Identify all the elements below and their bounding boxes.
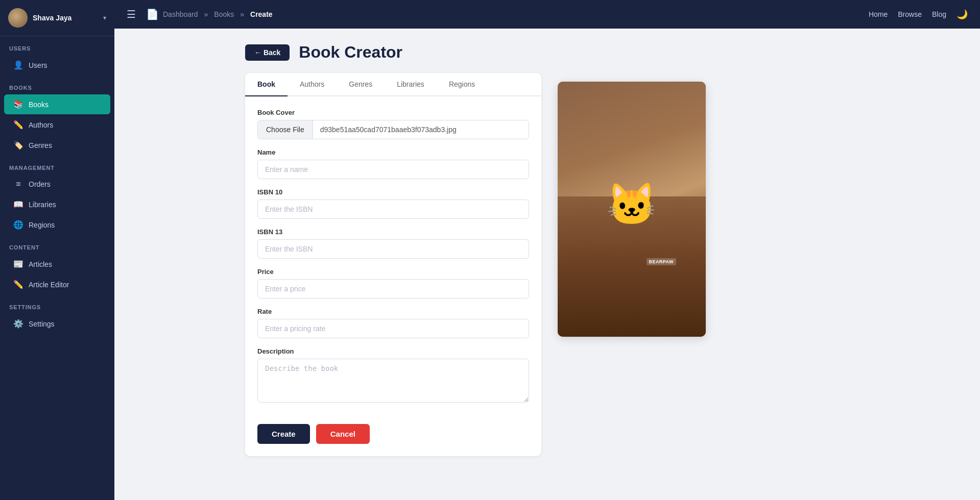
file-name-display: d93be51aa50cad7071baaeb3f073adb3.jpg: [313, 120, 529, 139]
sidebar-item-article-editor[interactable]: ✏️ Article Editor: [4, 274, 110, 294]
sidebar-item-genres[interactable]: 🏷️ Genres: [4, 135, 110, 155]
sidebar-item-authors[interactable]: ✏️ Authors: [4, 115, 110, 135]
file-input-row: Choose File d93be51aa50cad7071baaeb3f073…: [257, 120, 529, 139]
section-label-content: Content: [0, 235, 114, 254]
cat-in-boot-image: BEARPAW: [558, 82, 706, 337]
page-title: Book Creator: [299, 43, 402, 62]
create-button[interactable]: Create: [257, 424, 310, 444]
choose-file-button[interactable]: Choose File: [258, 120, 313, 139]
sidebar-item-label: Article Editor: [29, 281, 69, 289]
name-group: Name: [257, 148, 529, 179]
sidebar-item-label: Settings: [29, 320, 55, 328]
sidebar-item-label: Users: [29, 61, 47, 69]
name-label: Name: [257, 148, 529, 156]
sidebar-section-books: Books 📚 Books ✏️ Authors 🏷️ Genres: [0, 76, 114, 156]
topnav-left: ☰ 📄 Dashboard » Books » Create: [127, 8, 273, 20]
tab-regions[interactable]: Regions: [437, 73, 487, 96]
book-cover-label: Book Cover: [257, 109, 529, 116]
books-icon: 📚: [13, 99, 23, 109]
sidebar-item-label: Genres: [29, 141, 52, 149]
breadcrumb-sep-2: »: [240, 10, 244, 18]
breadcrumb-dashboard[interactable]: Dashboard: [163, 10, 198, 18]
description-label: Description: [257, 347, 529, 355]
genres-icon: 🏷️: [13, 140, 23, 150]
isbn10-input[interactable]: [257, 199, 529, 219]
rate-group: Rate: [257, 308, 529, 338]
page-header: ← Back Book Creator: [245, 43, 541, 62]
user-menu[interactable]: Shava Jaya ▾: [0, 0, 114, 36]
isbn13-label: ISBN 13: [257, 228, 529, 236]
image-panel: BEARPAW: [558, 43, 964, 486]
sidebar-item-settings[interactable]: ⚙️ Settings: [4, 314, 110, 334]
rate-input[interactable]: [257, 319, 529, 338]
isbn10-group: ISBN 10: [257, 188, 529, 219]
boot-brand-label: BEARPAW: [647, 258, 676, 265]
sidebar-item-users[interactable]: 👤 Users: [4, 55, 110, 75]
section-label-books: Books: [0, 76, 114, 94]
sidebar-item-regions[interactable]: 🌐 Regions: [4, 215, 110, 235]
back-button[interactable]: ← Back: [245, 44, 290, 61]
description-input[interactable]: [257, 359, 529, 403]
tab-libraries[interactable]: Libraries: [385, 73, 437, 96]
section-label-users: Users: [0, 36, 114, 55]
topnav-right: Home Browse Blog 🌙: [869, 9, 968, 20]
name-input[interactable]: [257, 160, 529, 179]
sidebar-section-settings: Settings ⚙️ Settings: [0, 295, 114, 334]
breadcrumb-current: Create: [250, 10, 273, 18]
price-label: Price: [257, 268, 529, 276]
chevron-down-icon: ▾: [103, 14, 106, 21]
hamburger-icon[interactable]: ☰: [127, 8, 136, 20]
sidebar: Shava Jaya ▾ Users 👤 Users Books 📚 Books…: [0, 0, 114, 500]
section-label-settings: Settings: [0, 295, 114, 313]
sidebar-item-label: Regions: [29, 221, 55, 229]
sidebar-item-label: Articles: [29, 260, 52, 268]
tab-book[interactable]: Book: [245, 73, 288, 96]
settings-icon: ⚙️: [13, 319, 23, 329]
section-label-management: Management: [0, 156, 114, 174]
form-panel: ← Back Book Creator Book Authors Genres …: [245, 43, 541, 486]
sidebar-item-label: Orders: [29, 180, 51, 188]
sidebar-item-label: Authors: [29, 121, 53, 129]
nav-home[interactable]: Home: [869, 10, 888, 18]
dark-mode-toggle[interactable]: 🌙: [957, 9, 968, 20]
user-icon: 👤: [13, 60, 23, 70]
tab-genres[interactable]: Genres: [337, 73, 385, 96]
nav-browse[interactable]: Browse: [898, 10, 922, 18]
price-group: Price: [257, 268, 529, 298]
book-cover-group: Book Cover Choose File d93be51aa50cad707…: [257, 109, 529, 139]
tab-authors[interactable]: Authors: [288, 73, 337, 96]
sidebar-item-orders[interactable]: ≡ Orders: [4, 174, 110, 194]
sidebar-item-libraries[interactable]: 📖 Libraries: [4, 194, 110, 214]
price-input[interactable]: [257, 279, 529, 298]
book-cover-preview: BEARPAW: [558, 82, 706, 337]
sidebar-item-label: Libraries: [29, 201, 56, 209]
topnav: ☰ 📄 Dashboard » Books » Create Home Brow…: [114, 0, 980, 29]
sidebar-item-articles[interactable]: 📰 Articles: [4, 254, 110, 274]
isbn13-group: ISBN 13: [257, 228, 529, 259]
article-editor-icon: ✏️: [13, 280, 23, 289]
isbn13-input[interactable]: [257, 239, 529, 259]
rate-label: Rate: [257, 308, 529, 315]
nav-blog[interactable]: Blog: [932, 10, 946, 18]
avatar: [8, 8, 28, 28]
sidebar-section-content: Content 📰 Articles ✏️ Article Editor: [0, 235, 114, 295]
form-body: Book Cover Choose File d93be51aa50cad707…: [245, 96, 541, 424]
form-actions: Create Cancel: [245, 424, 541, 456]
sidebar-item-books[interactable]: 📚 Books: [4, 94, 110, 114]
user-name: Shava Jaya: [33, 14, 98, 22]
orders-icon: ≡: [13, 180, 23, 189]
main-content: ← Back Book Creator Book Authors Genres …: [229, 29, 980, 500]
sidebar-section-management: Management ≡ Orders 📖 Libraries 🌐 Region…: [0, 156, 114, 235]
authors-icon: ✏️: [13, 120, 23, 130]
breadcrumb-books[interactable]: Books: [214, 10, 234, 18]
articles-icon: 📰: [13, 259, 23, 269]
sidebar-item-label: Books: [29, 101, 49, 109]
isbn10-label: ISBN 10: [257, 188, 529, 196]
cancel-button[interactable]: Cancel: [316, 424, 370, 444]
description-group: Description: [257, 347, 529, 405]
libraries-icon: 📖: [13, 199, 23, 209]
tabs: Book Authors Genres Libraries Regions: [245, 73, 541, 96]
sidebar-section-users: Users 👤 Users: [0, 36, 114, 76]
tab-card: Book Authors Genres Libraries Regions Bo…: [245, 73, 541, 456]
regions-icon: 🌐: [13, 220, 23, 230]
